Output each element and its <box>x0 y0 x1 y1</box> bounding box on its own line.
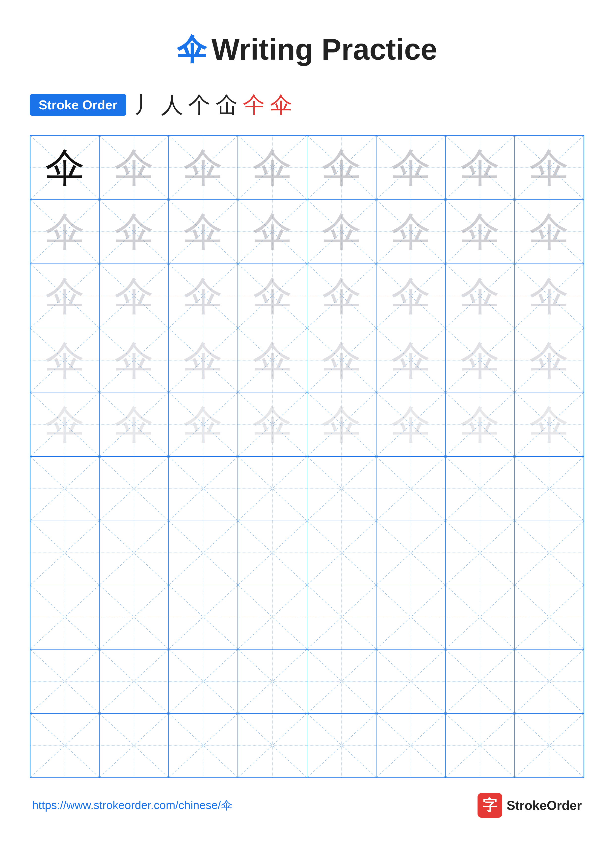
grid-cell[interactable]: 伞 <box>30 135 99 200</box>
svg-line-102 <box>238 521 307 585</box>
practice-char: 伞 <box>45 405 85 444</box>
grid-cell[interactable]: 伞 <box>307 328 376 392</box>
page-title: 伞Writing Practice <box>177 33 437 66</box>
grid-cell[interactable]: 伞 <box>238 392 307 457</box>
grid-cell[interactable] <box>238 457 307 521</box>
grid-cell[interactable]: 伞 <box>169 392 238 457</box>
grid-cell[interactable] <box>445 649 515 714</box>
stroke-2: 人 <box>161 90 183 120</box>
grid-cell[interactable] <box>238 521 307 585</box>
grid-cell[interactable]: 伞 <box>307 392 376 457</box>
grid-cell[interactable]: 伞 <box>376 328 445 392</box>
grid-cell[interactable] <box>30 585 99 649</box>
grid-cell[interactable]: 伞 <box>376 264 445 328</box>
grid-cell[interactable] <box>307 457 376 521</box>
grid-cell[interactable]: 伞 <box>30 200 99 264</box>
grid-cell[interactable] <box>238 585 307 649</box>
grid-cell[interactable] <box>445 457 515 521</box>
grid-cell[interactable] <box>169 521 238 585</box>
grid-cell[interactable]: 伞 <box>30 328 99 392</box>
grid-cell[interactable] <box>238 713 307 778</box>
grid-cell[interactable]: 伞 <box>30 264 99 328</box>
grid-cell[interactable] <box>445 521 515 585</box>
stroke-6: 伞 <box>270 90 292 120</box>
grid-cell[interactable] <box>376 585 445 649</box>
practice-char: 伞 <box>253 148 292 187</box>
grid-cell[interactable]: 伞 <box>445 135 515 200</box>
grid-cell[interactable] <box>99 649 168 714</box>
grid-cell[interactable]: 伞 <box>376 392 445 457</box>
grid-cell[interactable]: 伞 <box>169 200 238 264</box>
grid-cell[interactable]: 伞 <box>515 200 584 264</box>
grid-cell[interactable] <box>30 713 99 778</box>
grid-cell[interactable] <box>169 713 238 778</box>
grid-cell[interactable] <box>515 713 584 778</box>
practice-char: 伞 <box>114 405 154 444</box>
svg-line-127 <box>515 585 583 649</box>
grid-cell[interactable]: 伞 <box>99 328 168 392</box>
grid-cell[interactable] <box>169 585 238 649</box>
grid-cell[interactable]: 伞 <box>169 264 238 328</box>
svg-line-116 <box>169 585 238 649</box>
grid-cell[interactable] <box>169 457 238 521</box>
grid-cell[interactable] <box>30 457 99 521</box>
grid-cell[interactable] <box>515 457 584 521</box>
grid-cell[interactable]: 伞 <box>445 328 515 392</box>
grid-cell[interactable]: 伞 <box>238 135 307 200</box>
grid-cell[interactable]: 伞 <box>515 328 584 392</box>
grid-cell[interactable]: 伞 <box>376 135 445 200</box>
grid-cell[interactable] <box>99 457 168 521</box>
svg-line-143 <box>515 649 583 713</box>
grid-cell[interactable]: 伞 <box>238 328 307 392</box>
grid-cell[interactable] <box>445 585 515 649</box>
grid-cell[interactable] <box>376 457 445 521</box>
grid-cell[interactable]: 伞 <box>445 392 515 457</box>
grid-cell[interactable]: 伞 <box>515 264 584 328</box>
grid-cell[interactable]: 伞 <box>307 135 376 200</box>
grid-cell[interactable]: 伞 <box>515 392 584 457</box>
practice-char: 伞 <box>529 405 569 444</box>
svg-line-91 <box>376 457 445 521</box>
grid-cell[interactable] <box>376 713 445 778</box>
practice-char: 伞 <box>45 276 85 316</box>
grid-cell[interactable]: 伞 <box>99 135 168 200</box>
grid-cell[interactable]: 伞 <box>30 392 99 457</box>
grid-cell[interactable] <box>307 713 376 778</box>
grid-cell[interactable]: 伞 <box>169 135 238 200</box>
footer-url[interactable]: https://www.strokeorder.com/chinese/伞 <box>32 798 232 813</box>
grid-cell[interactable] <box>30 521 99 585</box>
grid-cell[interactable] <box>376 649 445 714</box>
grid-cell[interactable]: 伞 <box>238 200 307 264</box>
svg-line-131 <box>99 649 168 713</box>
practice-char: 伞 <box>391 148 431 187</box>
grid-cell[interactable] <box>307 649 376 714</box>
grid-cell[interactable]: 伞 <box>238 264 307 328</box>
grid-cell[interactable] <box>99 585 168 649</box>
grid-cell[interactable] <box>515 649 584 714</box>
practice-char: 伞 <box>460 341 500 380</box>
grid-cell[interactable] <box>99 713 168 778</box>
grid-cell[interactable] <box>445 713 515 778</box>
grid-cell[interactable]: 伞 <box>169 328 238 392</box>
grid-cell[interactable]: 伞 <box>376 200 445 264</box>
grid-cell[interactable]: 伞 <box>99 264 168 328</box>
grid-cell[interactable] <box>515 585 584 649</box>
grid-cell[interactable] <box>515 521 584 585</box>
grid-cell[interactable] <box>307 521 376 585</box>
grid-cell[interactable]: 伞 <box>307 200 376 264</box>
grid-cell[interactable]: 伞 <box>515 135 584 200</box>
practice-char: 伞 <box>322 341 361 380</box>
grid-cell[interactable]: 伞 <box>99 200 168 264</box>
grid-cell[interactable] <box>30 649 99 714</box>
svg-line-88 <box>307 457 376 521</box>
grid-cell[interactable]: 伞 <box>445 200 515 264</box>
grid-cell[interactable]: 伞 <box>445 264 515 328</box>
grid-cell[interactable] <box>376 521 445 585</box>
grid-cell[interactable] <box>99 521 168 585</box>
grid-cell[interactable] <box>169 649 238 714</box>
svg-line-158 <box>515 714 583 777</box>
grid-cell[interactable] <box>307 585 376 649</box>
grid-cell[interactable] <box>238 649 307 714</box>
grid-cell[interactable]: 伞 <box>307 264 376 328</box>
grid-cell[interactable]: 伞 <box>99 392 168 457</box>
